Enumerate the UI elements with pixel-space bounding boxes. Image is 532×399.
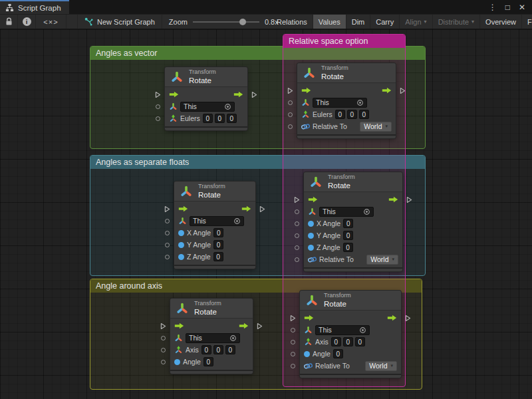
value-input-port[interactable]	[165, 255, 170, 259]
flow-output-port[interactable]	[257, 323, 263, 330]
menu-icon[interactable]: ⋮	[489, 3, 497, 12]
graph-canvas[interactable]: Angles as vector Angles as separate floa…	[0, 29, 532, 399]
flow-input-port[interactable]	[287, 87, 293, 94]
node-header[interactable]: Transform Rotate	[170, 299, 253, 319]
object-picker-icon[interactable]	[233, 217, 241, 225]
relative-to-dropdown[interactable]: World ▾	[366, 255, 398, 265]
value-input-port[interactable]	[295, 257, 299, 262]
dim-button[interactable]: Dim	[346, 15, 371, 29]
value-input-port[interactable]	[165, 243, 170, 247]
tab-script-graph[interactable]: Script Graph	[0, 0, 69, 14]
rotate-node[interactable]: Transform Rotate This	[304, 172, 402, 271]
number-field[interactable]: 0	[203, 357, 213, 366]
value-input-port[interactable]	[161, 336, 166, 340]
overview-button[interactable]: Overview	[480, 15, 522, 29]
object-picker-icon[interactable]	[224, 103, 231, 110]
number-field-x[interactable]: 0	[335, 110, 345, 119]
node-header[interactable]: Transform Rotate	[165, 67, 247, 87]
rotate-node[interactable]: Transform Rotate This	[170, 299, 253, 374]
flow-input-port[interactable]	[290, 315, 296, 322]
value-input-port[interactable]	[161, 348, 166, 352]
flow-output-port[interactable]	[259, 205, 265, 213]
number-field-y[interactable]: 0	[347, 110, 357, 119]
this-field[interactable]: This	[190, 216, 244, 226]
zoom-slider[interactable]	[193, 21, 259, 23]
number-field-x[interactable]: 0	[203, 114, 213, 123]
number-field[interactable]: 0	[213, 240, 223, 249]
flow-input-port[interactable]	[294, 196, 300, 203]
value-input-port[interactable]	[291, 364, 295, 368]
object-picker-icon[interactable]	[363, 208, 370, 215]
relative-to-dropdown[interactable]: World ▾	[360, 122, 392, 132]
flow-input-port[interactable]	[155, 91, 161, 98]
flow-out-arrow-icon[interactable]	[382, 87, 392, 94]
number-field-y[interactable]: 0	[343, 337, 353, 346]
value-input-port[interactable]	[291, 340, 295, 344]
flow-output-port[interactable]	[400, 87, 406, 94]
number-field[interactable]: 0	[213, 228, 223, 237]
flow-output-port[interactable]	[406, 196, 412, 203]
rotate-node[interactable]: Transform Rotate This	[165, 67, 247, 130]
node-header[interactable]: Transform Rotate	[297, 63, 396, 83]
number-field-z[interactable]: 0	[355, 337, 365, 346]
number-field-x[interactable]: 0	[201, 345, 211, 354]
number-field-y[interactable]: 0	[215, 114, 225, 123]
carry-button[interactable]: Carry	[370, 15, 400, 29]
new-script-graph-button[interactable]: New Script Graph	[77, 15, 162, 29]
flow-input-port[interactable]	[164, 205, 170, 213]
flow-out-arrow-icon[interactable]	[239, 323, 249, 329]
number-field-z[interactable]: 0	[227, 114, 237, 123]
value-input-port[interactable]	[295, 245, 299, 250]
number-field-y[interactable]: 0	[213, 345, 223, 354]
object-picker-icon[interactable]	[229, 334, 237, 342]
node-header[interactable]: Transform Rotate	[304, 172, 402, 192]
flow-output-port[interactable]	[251, 91, 257, 98]
fullscreen-button[interactable]: Full S	[522, 15, 532, 29]
flow-in-arrow-icon[interactable]	[304, 315, 314, 321]
align-dropdown[interactable]: Align ▾	[400, 15, 432, 29]
value-input-port[interactable]	[165, 231, 170, 235]
close-icon[interactable]: ✕	[519, 3, 525, 12]
flow-out-arrow-icon[interactable]	[388, 196, 398, 203]
rotate-node[interactable]: Transform Rotate This	[174, 182, 255, 269]
node-header[interactable]: Transform Rotate	[174, 182, 255, 201]
object-picker-icon[interactable]	[356, 99, 364, 106]
flow-out-arrow-icon[interactable]	[233, 91, 243, 98]
relations-button[interactable]: Relations	[271, 15, 313, 29]
flow-input-port[interactable]	[160, 323, 166, 330]
number-field[interactable]: 0	[343, 219, 353, 228]
value-input-port[interactable]	[288, 112, 293, 117]
value-input-port[interactable]	[156, 104, 160, 109]
flow-in-arrow-icon[interactable]	[174, 323, 184, 329]
relative-to-dropdown[interactable]: World ▾	[365, 361, 397, 371]
flow-out-arrow-icon[interactable]	[387, 315, 397, 321]
values-button[interactable]: Values	[313, 15, 346, 29]
this-field[interactable]: This	[186, 333, 240, 343]
number-field[interactable]: 0	[333, 349, 343, 358]
this-field[interactable]: This	[180, 102, 235, 112]
number-field-z[interactable]: 0	[225, 345, 235, 354]
code-view-button[interactable]: <×>	[36, 15, 66, 29]
number-field[interactable]: 0	[343, 231, 353, 240]
number-field[interactable]: 0	[343, 243, 353, 252]
flow-in-arrow-icon[interactable]	[169, 91, 179, 98]
flow-out-arrow-icon[interactable]	[241, 205, 251, 212]
rotate-node[interactable]: Transform Rotate This	[300, 291, 401, 378]
value-input-port[interactable]	[291, 352, 295, 356]
info-button[interactable]: i	[18, 15, 36, 29]
flow-in-arrow-icon[interactable]	[178, 205, 188, 212]
this-field[interactable]: This	[319, 207, 374, 217]
value-input-port[interactable]	[156, 116, 160, 121]
value-input-port[interactable]	[161, 360, 166, 364]
distribute-dropdown[interactable]: Distribute ▾	[433, 15, 480, 29]
group-header[interactable]: Relative space option	[283, 35, 405, 48]
value-input-port[interactable]	[288, 100, 293, 105]
number-field[interactable]: 0	[213, 252, 223, 261]
value-input-port[interactable]	[295, 233, 299, 238]
value-input-port[interactable]	[291, 328, 295, 332]
value-input-port[interactable]	[288, 124, 293, 129]
flow-output-port[interactable]	[405, 315, 411, 322]
value-input-port[interactable]	[295, 221, 299, 226]
number-field-z[interactable]: 0	[359, 110, 369, 119]
this-field[interactable]: This	[313, 98, 367, 108]
